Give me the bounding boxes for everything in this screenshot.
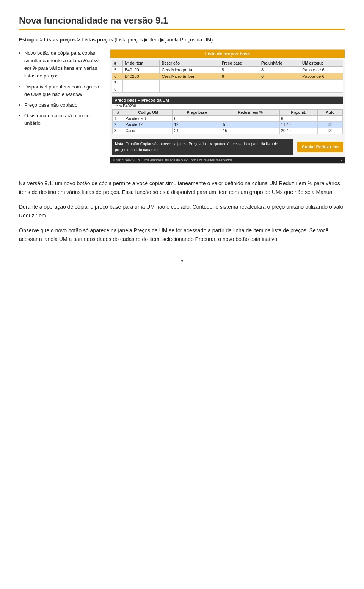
subpanel-table: # Código UM Preço base Reduzir em % Prç.… bbox=[112, 109, 343, 134]
cell-num: 7 bbox=[112, 80, 123, 86]
cell-item: B40200 bbox=[122, 73, 160, 80]
cell-desc: Cerv.Micro preta bbox=[160, 67, 220, 73]
table-row: 5 B40100 Cerv.Micro preta 8 8 Pacote de … bbox=[112, 67, 343, 73]
cell-desc bbox=[160, 86, 220, 93]
col-header-num: # bbox=[112, 60, 123, 67]
nota-box: Nota: O botão Copiar só aparece na janel… bbox=[112, 139, 293, 155]
bullet-item: Novo botão de cópia para copiar simultan… bbox=[19, 49, 102, 80]
sub-base: 6 bbox=[173, 116, 221, 122]
cell-item bbox=[122, 86, 160, 93]
subcol-codigo: Código UM bbox=[124, 110, 172, 116]
cell-unit: 6 bbox=[259, 73, 300, 80]
col-header-um: UM estoque bbox=[300, 60, 343, 67]
nota-text: O botão Copiar só aparece na janela Preç… bbox=[115, 142, 278, 152]
sub-num: 2 bbox=[113, 122, 124, 128]
breadcrumb-bold: Estoque > Listas preços > Listas preços bbox=[19, 37, 113, 43]
cell-num: 6 bbox=[112, 73, 123, 80]
screenshot-panel: Lista de preços base # Nº do item Descri… bbox=[110, 49, 345, 164]
sub-unit: 20,40 bbox=[279, 128, 318, 134]
sub-auto: ☑ bbox=[318, 128, 343, 134]
footer-page: 7 bbox=[340, 158, 342, 162]
sub-codigo: Pacote de 6 bbox=[124, 116, 172, 122]
footer-copyright: © 2014 SAP SE ou uma empresa afiliada da… bbox=[113, 158, 234, 162]
cell-um bbox=[300, 86, 343, 93]
sub-base: 24 bbox=[173, 128, 221, 134]
bullet-item: Disponível para itens com o grupo de UMs… bbox=[19, 83, 102, 98]
table-row: 8 bbox=[112, 86, 343, 93]
col-header-desc: Descrição bbox=[160, 60, 220, 67]
cell-unit: 8 bbox=[259, 67, 300, 73]
page-number: 7 bbox=[19, 259, 345, 265]
cell-base bbox=[220, 86, 259, 93]
screenshot-header: Lista de preços base bbox=[110, 50, 345, 58]
bullet-item: O sistema recalculará o preço unitário bbox=[19, 112, 102, 127]
subtable-row: 1 Pacote de 6 6 6 □ bbox=[113, 116, 343, 122]
subpanel-subtitle: Item B40200 bbox=[112, 104, 343, 109]
sub-reduzir bbox=[221, 116, 279, 122]
cell-unit bbox=[259, 80, 300, 86]
sub-reduzir: 15 bbox=[221, 128, 279, 134]
cell-um: Pacote de 6 bbox=[300, 67, 343, 73]
body-paragraph-3: Observe que o novo botão só aparece na j… bbox=[19, 226, 345, 244]
subcol-reduzir: Reduzir em % bbox=[221, 110, 279, 116]
subpanel: Preço base – Preços da UM Item B40200 # … bbox=[112, 96, 343, 134]
sub-base: 12 bbox=[173, 122, 221, 128]
cell-num: 5 bbox=[112, 67, 123, 73]
cell-um: Pacote de 6 bbox=[300, 73, 343, 80]
cell-item: B40100 bbox=[122, 67, 160, 73]
sub-auto: □ bbox=[318, 116, 343, 122]
table-row-highlighted: 6 B40200 Cerv.Micro âmbar 6 6 Pacote de … bbox=[112, 73, 343, 80]
left-bullets: Novo botão de cópia para copiar simultan… bbox=[19, 49, 102, 130]
breadcrumb-normal: (Lista preços ▶ Item ▶ janela Preços da … bbox=[113, 37, 213, 43]
cell-base: 8 bbox=[220, 67, 259, 73]
page-title: Nova funcionalidade na versão 9.1 bbox=[19, 15, 345, 30]
cell-item bbox=[122, 80, 160, 86]
bullets-list: Novo botão de cópia para copiar simultan… bbox=[19, 49, 102, 127]
sub-unit: 6 bbox=[279, 116, 318, 122]
sub-reduzir: 5 bbox=[221, 122, 279, 128]
col-header-unit: Prç.unitário bbox=[259, 60, 300, 67]
sub-unit: 11,40 bbox=[279, 122, 318, 128]
breadcrumb: Estoque > Listas preços > Listas preços … bbox=[19, 37, 345, 43]
table-row: 7 bbox=[112, 80, 343, 86]
subtable-row-highlighted: 2 Pacote 12 12 5 11,40 ☑ bbox=[113, 122, 343, 128]
subcol-unit: Prç.unit. bbox=[279, 110, 318, 116]
sub-num: 1 bbox=[113, 116, 124, 122]
subcol-base: Preço base bbox=[173, 110, 221, 116]
sub-codigo: Caixa bbox=[124, 128, 172, 134]
nota-label: Nota: bbox=[115, 142, 125, 146]
cell-desc bbox=[160, 80, 220, 86]
subcol-auto: Auto bbox=[318, 110, 343, 116]
cell-unit bbox=[259, 86, 300, 93]
col-header-item: Nº do item bbox=[122, 60, 160, 67]
body-paragraph-2: Durante a operação de cópia, o preço bas… bbox=[19, 203, 345, 220]
sub-auto: ☑ bbox=[318, 122, 343, 128]
subpanel-header: Preço base – Preços da UM bbox=[112, 97, 343, 104]
col-header-base: Preço base bbox=[220, 60, 259, 67]
screenshot-bottom-row: Nota: O botão Copiar só aparece na janel… bbox=[110, 137, 345, 157]
copy-reduzir-button[interactable]: Copiar Reduzir em bbox=[297, 142, 343, 152]
cell-num: 8 bbox=[112, 86, 123, 93]
sub-num: 3 bbox=[113, 128, 124, 134]
main-content-area: Novo botão de cópia para copiar simultan… bbox=[19, 49, 345, 164]
subtable-row: 3 Caixa 24 15 20,40 ☑ bbox=[113, 128, 343, 134]
screenshot-footer: © 2014 SAP SE ou uma empresa afiliada da… bbox=[110, 157, 345, 163]
cell-base: 6 bbox=[220, 73, 259, 80]
main-price-table: # Nº do item Descrição Preço base Prç.un… bbox=[112, 60, 343, 93]
cell-base bbox=[220, 80, 259, 86]
divider bbox=[19, 173, 345, 173]
outer-table-area: # Nº do item Descrição Preço base Prç.un… bbox=[110, 58, 345, 94]
sub-codigo: Pacote 12 bbox=[124, 122, 172, 128]
body-paragraph-1: Na versão 9.1, um novo botão de cópia pe… bbox=[19, 179, 345, 197]
bullet-item: Preço base não copiado bbox=[19, 101, 102, 109]
cell-um bbox=[300, 80, 343, 86]
cell-desc: Cerv.Micro âmbar bbox=[160, 73, 220, 80]
subcol-num: # bbox=[113, 110, 124, 116]
